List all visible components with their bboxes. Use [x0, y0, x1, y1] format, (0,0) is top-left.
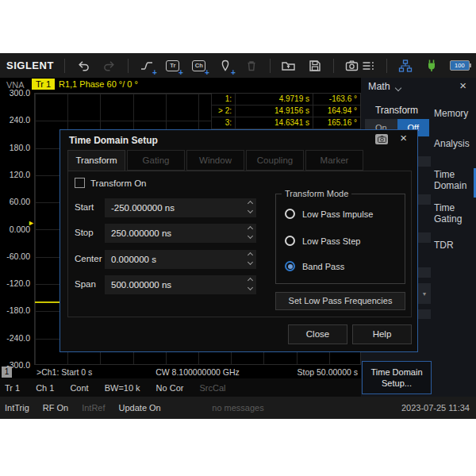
status-srccal[interactable]: SrcCal [199, 383, 225, 393]
time-domain-setup-button[interactable]: Time Domain Setup... [362, 361, 432, 394]
menu-list-icon[interactable] [360, 58, 376, 74]
span-field-label: Span [75, 279, 96, 289]
spinner-down-icon[interactable] [248, 208, 253, 213]
spinner-up-icon[interactable] [248, 226, 253, 232]
start-field-input[interactable]: -250.000000 ns [105, 198, 256, 217]
status-nocor[interactable]: No Cor [156, 383, 184, 393]
tab-window[interactable]: Window [186, 150, 244, 171]
dropdown-arrow-icon[interactable]: ▼ [418, 283, 431, 304]
y-tick: 300.0 [0, 88, 30, 98]
center-spinner[interactable] [248, 253, 252, 264]
lan-network-icon[interactable] [397, 58, 413, 74]
center-field-input[interactable]: 0.000000 s [105, 250, 256, 269]
vna-screen: SIGLENT + Tr + Ch + + [0, 53, 476, 419]
spinner-up-icon[interactable] [248, 252, 253, 258]
tab-marker[interactable]: Marker [305, 150, 363, 171]
radio-label: Band Pass [302, 262, 344, 271]
set-low-pass-frequencies-button[interactable]: Set Low Pass Frequencies [275, 292, 405, 310]
y-tick: 240.0 [0, 115, 30, 125]
radio-icon[interactable] [285, 236, 295, 246]
sidebar-title[interactable]: Math [368, 81, 390, 92]
transform-on-checkbox[interactable] [75, 178, 85, 188]
radio-row-band-pass[interactable]: Band Pass [285, 261, 344, 271]
trace-info-label[interactable]: R1,1 Phase 60 °/ 0 ° [59, 79, 138, 89]
status-bar-2: IntTrig RF On IntRef Update On no messag… [0, 397, 476, 419]
stop-field-input[interactable]: 250.000000 ns [105, 224, 256, 243]
tab-gating[interactable]: Gating [127, 150, 185, 171]
start-field-label: Start [75, 202, 94, 212]
marker-time: 14.9156 s [235, 106, 313, 117]
sidebar-item-analysis[interactable]: Analysis [434, 138, 474, 149]
center-field-value: 0.000000 s [111, 255, 156, 264]
dialog-tabs: Transform Gating Window Coupling Marker [67, 150, 363, 171]
sweep-stop-label: Stop 50.00000 s [298, 367, 358, 377]
sidebar-item-time-gating[interactable]: Time Gating [434, 202, 474, 225]
trace-header: VNA Tr 1 R1,1 Phase 60 °/ 0 ° [0, 78, 361, 93]
status-bar-1: Tr 1 Ch 1 Cont BW=10 k No Cor SrcCal [0, 378, 361, 397]
y-tick: 60.00 [0, 197, 30, 206]
dialog-content-panel: Transform On Start -250.000000 ns Stop 2… [67, 171, 412, 317]
dialog-title: Time Domain Setup [69, 135, 158, 146]
radio-selected-icon[interactable] [285, 261, 295, 271]
y-tick: -60.00 [0, 251, 30, 261]
spinner-up-icon[interactable] [248, 201, 253, 206]
radio-icon[interactable] [285, 209, 295, 219]
covered-panel-fragment [418, 267, 431, 278]
add-marker-icon[interactable]: + [217, 58, 233, 74]
battery-icon: 100 [450, 60, 470, 71]
radio-label: Low Pass Impulse [302, 209, 373, 219]
stop-spinner[interactable] [248, 227, 252, 238]
chevron-down-icon [395, 85, 401, 91]
toolbar-right-group: 100 Local [360, 58, 476, 74]
status-channel[interactable]: Ch 1 [36, 383, 54, 393]
span-field-input[interactable]: 500.000000 ns [105, 275, 256, 294]
sidebar-header: Math × [361, 78, 476, 97]
sidebar-item-time-domain[interactable]: Time Domain [434, 169, 474, 191]
status-trace[interactable]: Tr 1 [5, 383, 20, 393]
covered-panel-fragment [418, 156, 431, 167]
divider [333, 59, 334, 73]
marker-phase: -163.6 ° [313, 94, 360, 106]
radio-row-low-pass-step[interactable]: Low Pass Step [285, 236, 360, 246]
sidebar-item-memory[interactable]: Memory [434, 108, 474, 119]
marker-readout-table: 1: 4.9719 s -163.6 ° > 2: 14.9156 s 164.… [211, 94, 360, 129]
add-ch-icon[interactable]: Ch + [191, 58, 207, 74]
tab-coupling[interactable]: Coupling [246, 150, 304, 171]
spinner-down-icon[interactable] [248, 259, 253, 265]
start-spinner[interactable] [248, 202, 252, 213]
radio-row-low-pass-impulse[interactable]: Low Pass Impulse [285, 209, 373, 219]
span-field-value: 500.000000 ns [111, 280, 171, 290]
divider [64, 59, 65, 73]
spinner-up-icon[interactable] [248, 278, 253, 283]
usb-power-icon[interactable] [424, 58, 440, 74]
delete-trash-icon[interactable] [244, 58, 259, 74]
close-button[interactable]: Close [288, 324, 347, 344]
open-file-icon[interactable] [281, 58, 297, 74]
dialog-close-icon[interactable]: × [400, 131, 407, 144]
redo-icon[interactable] [102, 58, 117, 74]
save-file-icon[interactable] [307, 58, 323, 74]
trace-badge[interactable]: Tr 1 [32, 79, 55, 90]
marker-phase: 165.16 ° [313, 117, 360, 129]
transform-mode-legend: Transform Mode [282, 189, 351, 198]
sidebar-close-icon[interactable]: × [459, 79, 466, 92]
marker-time: 14.6341 s [235, 117, 313, 129]
spinner-down-icon[interactable] [248, 233, 253, 239]
span-spinner[interactable] [248, 278, 252, 290]
add-trace-curve-icon[interactable]: + [139, 58, 155, 74]
y-tick: 120.0 [0, 170, 30, 179]
dialog-camera-icon[interactable] [375, 134, 388, 144]
status-cont[interactable]: Cont [70, 383, 88, 393]
screenshot-camera-icon[interactable] [344, 58, 360, 74]
spinner-down-icon[interactable] [248, 285, 253, 290]
tab-transform[interactable]: Transform [67, 150, 125, 171]
channel-badge[interactable]: 1 [2, 367, 12, 378]
sidebar-item-tdr[interactable]: TDR [434, 240, 474, 251]
divider [386, 59, 387, 73]
help-button[interactable]: Help [352, 324, 412, 344]
transform-mode-group: Transform Mode Low Pass Impulse Low Pass… [275, 194, 405, 284]
add-tr-icon[interactable]: Tr + [165, 58, 181, 74]
status-bw[interactable]: BW=10 k [105, 383, 140, 393]
undo-icon[interactable] [75, 58, 91, 74]
radio-label: Low Pass Step [302, 236, 360, 246]
